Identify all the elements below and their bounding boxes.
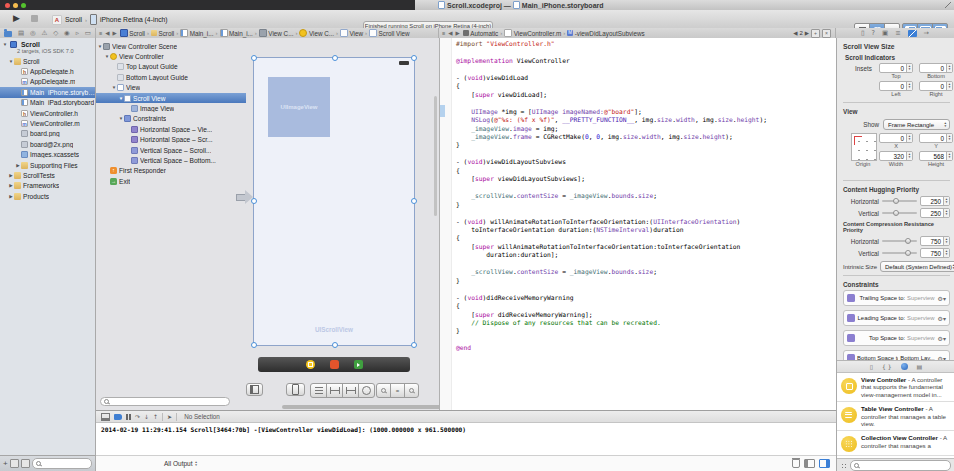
frame-field[interactable]: 568▲▼: [919, 151, 953, 161]
back-icon[interactable]: ◀: [448, 30, 452, 36]
inset-field[interactable]: 0▲▼: [879, 63, 913, 73]
file-row[interactable]: board@2x.png: [0, 139, 95, 149]
slider-thumb[interactable]: [893, 210, 899, 216]
scm-filter-icon[interactable]: [21, 459, 30, 468]
step-out-icon[interactable]: ↑: [153, 412, 158, 422]
library-search-field[interactable]: [850, 460, 951, 471]
breakpoints-navigator-icon[interactable]: ▹: [76, 28, 79, 38]
view-controller-canvas[interactable]: UIImageView UIScrollView: [253, 57, 415, 346]
initial-view-controller-arrow[interactable]: [236, 190, 253, 204]
priority-field[interactable]: 750▲▼: [920, 248, 950, 258]
priority-slider[interactable]: [882, 240, 917, 242]
navigator-filter-field[interactable]: [32, 458, 92, 469]
gear-icon[interactable]: ⚙▾: [938, 335, 946, 342]
outline-row[interactable]: ↑First Responder: [96, 166, 246, 176]
debug-navigator-icon[interactable]: ◉: [64, 28, 70, 38]
file-row[interactable]: Main_iPhone.storyboard: [0, 87, 95, 97]
first-responder-dock-icon[interactable]: [330, 360, 339, 369]
file-row[interactable]: hAppDelegate.h: [0, 66, 95, 76]
jumpbar-item[interactable]: Scroll View: [369, 29, 410, 37]
device-size-toggle-button[interactable]: [286, 383, 305, 396]
outline-row[interactable]: Bottom Layout Guide: [96, 72, 246, 82]
identity-inspector-icon[interactable]: ▣: [882, 29, 888, 37]
resize-handle[interactable]: [332, 342, 338, 348]
stepper[interactable]: ▲▼: [943, 197, 949, 205]
show-dropdown[interactable]: Frame Rectangle ▲▼: [883, 119, 950, 130]
search-navigator-icon[interactable]: ◎: [30, 28, 36, 38]
stepper[interactable]: ▲▼: [946, 64, 952, 72]
library-item[interactable]: View Controller - A controller that supp…: [837, 373, 954, 402]
resolve-issues-button[interactable]: [358, 383, 375, 398]
stepper[interactable]: ▲▼: [943, 237, 949, 245]
jumpbar-item[interactable]: mViewController.m: [504, 29, 561, 37]
counter-next-icon[interactable]: ▶: [805, 30, 809, 36]
file-row[interactable]: board.png: [0, 129, 95, 139]
outline-row[interactable]: →Exit: [96, 176, 246, 186]
tests-navigator-icon[interactable]: ◇: [53, 28, 58, 38]
pin-edges-button[interactable]: [342, 383, 359, 398]
file-row[interactable]: Main_iPad.storyboard: [0, 98, 95, 108]
media-library-icon[interactable]: ▤: [917, 363, 923, 370]
outline-row[interactable]: Top Layout Guide: [96, 62, 246, 72]
view-controller-dock-icon[interactable]: [306, 360, 315, 369]
gear-icon[interactable]: ⚙▾: [938, 315, 946, 322]
run-button[interactable]: ▶: [13, 14, 20, 23]
priority-slider[interactable]: [882, 212, 917, 214]
source-editor[interactable]: #import "ViewController.h" @implementati…: [440, 38, 836, 410]
related-items-icon[interactable]: ≡: [442, 30, 445, 36]
stepper[interactable]: ▲▼: [946, 152, 952, 160]
resize-handle[interactable]: [411, 342, 417, 348]
constraint-row[interactable]: Trailing Space to:Superview⚙▾: [843, 290, 950, 306]
resize-handle[interactable]: [332, 55, 338, 61]
objects-library-icon[interactable]: [901, 363, 908, 370]
add-assistant-editor-icon[interactable]: +: [811, 29, 820, 38]
outline-row[interactable]: ▼View: [96, 83, 246, 93]
outline-row[interactable]: ▼Scroll View: [96, 93, 246, 103]
priority-field[interactable]: 750▲▼: [920, 236, 950, 246]
size-inspector-icon[interactable]: [908, 30, 917, 37]
canvas-horizontal-scrollbar[interactable]: [282, 405, 440, 409]
jumpbar-item[interactable]: Main_i...: [220, 29, 253, 37]
origin-selector[interactable]: [851, 133, 877, 161]
jumpbar-item[interactable]: Main_i...: [180, 29, 213, 37]
jumpbar-item[interactable]: Automatic: [463, 30, 499, 37]
recent-filter-icon[interactable]: [10, 459, 19, 468]
zoom-reset-button[interactable]: =: [390, 383, 405, 398]
breakpoints-toggle-icon[interactable]: [114, 414, 122, 420]
console-scope-popup[interactable]: All Output ▲▼: [164, 460, 198, 467]
close-window-icon[interactable]: [5, 3, 10, 8]
jumpbar-item[interactable]: View C...: [259, 29, 294, 37]
clear-console-icon[interactable]: [792, 459, 800, 468]
inset-field[interactable]: 0▲▼: [919, 63, 953, 73]
file-row[interactable]: ▶ScrollTests: [0, 170, 95, 180]
forward-icon[interactable]: ▶: [455, 30, 459, 36]
log-navigator-icon[interactable]: ▭: [85, 28, 91, 38]
library-view-mode-icon[interactable]: [841, 463, 847, 469]
variables-view-toggle-icon[interactable]: [804, 459, 815, 468]
file-row[interactable]: ▶Products: [0, 191, 95, 201]
source-code[interactable]: #import "ViewController.h" @implementati…: [456, 40, 767, 353]
symbols-navigator-icon[interactable]: ▤: [18, 28, 24, 38]
related-items-icon[interactable]: ≡: [99, 30, 102, 36]
zoom-in-icon[interactable]: [404, 383, 419, 398]
resize-handle[interactable]: [251, 55, 257, 61]
frame-field[interactable]: 0▲▼: [919, 133, 953, 143]
jumpbar-item[interactable]: Scroll: [151, 30, 174, 37]
stepper[interactable]: ▲▼: [906, 64, 912, 72]
outline-row[interactable]: ▼View Controller Scene: [96, 41, 246, 51]
step-over-icon[interactable]: ↷: [135, 412, 140, 422]
outline-row[interactable]: Vertical Space – Bottom...: [96, 155, 246, 165]
priority-field[interactable]: 250▲▼: [920, 208, 950, 218]
file-row[interactable]: ▼Scroll: [0, 56, 95, 66]
quick-help-inspector-icon[interactable]: ?: [872, 29, 875, 37]
constraint-row[interactable]: Leading Space to:Superview⚙▾: [843, 310, 950, 326]
constraint-row[interactable]: Top Space to:Superview⚙▾: [843, 330, 950, 346]
editor-gutter[interactable]: [440, 38, 452, 410]
window-resize-icon[interactable]: [945, 2, 951, 8]
debug-selection-label[interactable]: No Selection: [184, 413, 220, 420]
exit-dock-icon[interactable]: [354, 360, 363, 369]
gear-icon[interactable]: ⚙▾: [938, 295, 946, 302]
frame-field[interactable]: 0▲▼: [879, 133, 913, 143]
scheme-selector[interactable]: A Scroll › iPhone Retina (4-inch): [52, 14, 168, 25]
library-item[interactable]: Collection View Controller - A controlle…: [837, 431, 954, 456]
